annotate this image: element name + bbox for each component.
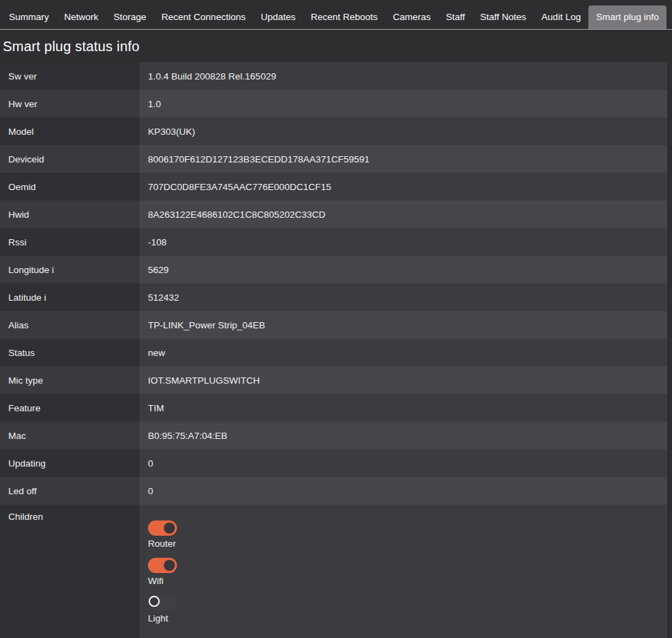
table-row-feature: Feature TIM <box>0 394 667 422</box>
row-label: Deviceid <box>0 145 140 173</box>
table-row-mac: Mac B0:95:75:A7:04:EB <box>0 422 667 449</box>
row-value: TIM <box>140 394 667 422</box>
tab-network[interactable]: Network <box>57 6 106 30</box>
toggle-light[interactable] <box>148 595 177 610</box>
row-value: 707DC0D8FE3A745AAC776E000DC1CF15 <box>140 173 667 200</box>
row-value: 0 <box>140 477 667 505</box>
tab-bar: SummaryNetworkStorageRecent ConnectionsU… <box>0 0 672 30</box>
row-label: Sw ver <box>0 62 140 90</box>
row-value: TP-LINK_Power Strip_04EB <box>140 311 667 339</box>
toggle-knob-icon <box>149 596 160 607</box>
tab-label: Recent Reboots <box>310 12 377 22</box>
tab-updates[interactable]: Updates <box>253 6 303 30</box>
row-value: 5629 <box>140 256 667 283</box>
row-label: Status <box>0 339 140 366</box>
table-row-mic-type: Mic type IOT.SMARTPLUGSWITCH <box>0 366 667 394</box>
tab-label: Network <box>64 12 99 22</box>
tab-storage[interactable]: Storage <box>106 6 153 30</box>
tab-staff-notes[interactable]: Staff Notes <box>473 6 534 30</box>
table-row-model: Model KP303(UK) <box>0 118 667 145</box>
table-row-hwid: Hwid 8A263122E4686102C1C8C805202C33CD <box>0 200 667 228</box>
row-label: Longitude i <box>0 256 140 283</box>
toggle-wifi[interactable] <box>148 558 177 573</box>
toggle-knob-icon <box>164 523 175 534</box>
tab-label: Cameras <box>393 12 431 22</box>
tab-label: Smart plug info <box>596 12 659 22</box>
row-label: Led off <box>0 477 140 505</box>
toggle-label: Wifi <box>148 576 177 586</box>
tab-summary[interactable]: Summary <box>1 6 57 30</box>
row-label: Latitude i <box>0 283 140 311</box>
tab-audit-log[interactable]: Audit Log <box>534 6 588 30</box>
tab-staff[interactable]: Staff <box>438 6 473 30</box>
status-table: Sw ver 1.0.4 Build 200828 Rel.165029 Hw … <box>0 62 667 638</box>
table-row-oemid: Oemid 707DC0D8FE3A745AAC776E000DC1CF15 <box>0 173 667 200</box>
row-label: Children <box>0 505 140 638</box>
row-value: 512432 <box>140 283 667 311</box>
tab-recent-connections[interactable]: Recent Connections <box>154 6 254 30</box>
row-label: Hw ver <box>0 90 140 118</box>
table-row-rssi: Rssi -108 <box>0 228 667 256</box>
table-row-deviceid: Deviceid 8006170F612D127123B3ECEDD178AA3… <box>0 145 667 173</box>
row-label: Rssi <box>0 228 140 256</box>
row-value: IOT.SMARTPLUGSWITCH <box>140 366 667 394</box>
tab-label: Updates <box>261 12 295 22</box>
app-root: SummaryNetworkStorageRecent ConnectionsU… <box>0 0 672 638</box>
row-label: Oemid <box>0 173 140 200</box>
table-row-latitude-i: Latitude i 512432 <box>0 283 667 311</box>
row-value: B0:95:75:A7:04:EB <box>140 422 667 449</box>
tab-cameras[interactable]: Cameras <box>385 6 438 30</box>
row-label: Mac <box>0 422 140 449</box>
toggle-group-router: Router <box>148 520 177 549</box>
table-row-hw-ver: Hw ver 1.0 <box>0 90 667 118</box>
row-value: 1.0.4 Build 200828 Rel.165029 <box>140 62 667 90</box>
tab-label: Storage <box>113 12 146 22</box>
row-label: Model <box>0 118 140 145</box>
tab-label: Staff Notes <box>480 12 527 22</box>
toggle-knob-icon <box>164 560 175 571</box>
row-label: Alias <box>0 311 140 339</box>
tab-smart-plug-info[interactable]: Smart plug info <box>588 6 666 30</box>
tab-label: Recent Connections <box>162 12 246 22</box>
table-row-children: Children Router Wifi Light <box>0 505 667 638</box>
table-row-sw-ver: Sw ver 1.0.4 Build 200828 Rel.165029 <box>0 62 667 90</box>
table-row-led-off: Led off 0 <box>0 477 667 505</box>
toggle-label: Light <box>148 613 177 623</box>
row-value: 8A263122E4686102C1C8C805202C33CD <box>140 200 667 228</box>
table-row-longitude-i: Longitude i 5629 <box>0 256 667 283</box>
tab-recent-reboots[interactable]: Recent Reboots <box>303 6 385 30</box>
toggle-router[interactable] <box>148 520 177 536</box>
row-label: Updating <box>0 449 140 477</box>
tab-label: Summary <box>9 12 49 22</box>
row-label: Mic type <box>0 366 140 394</box>
tab-label: Audit Log <box>541 12 581 22</box>
table-row-status: Status new <box>0 339 667 366</box>
row-value: 8006170F612D127123B3ECEDD178AA371CF59591 <box>140 145 667 173</box>
row-label: Feature <box>0 394 140 422</box>
table-row-updating: Updating 0 <box>0 449 667 477</box>
row-value: 1.0 <box>140 90 667 118</box>
tab-label: Staff <box>446 12 465 22</box>
table-row-alias: Alias TP-LINK_Power Strip_04EB <box>0 311 667 339</box>
row-value: 0 <box>140 449 667 477</box>
row-value: Router Wifi Light <box>140 505 667 638</box>
row-value: new <box>140 339 667 366</box>
row-value: KP303(UK) <box>140 118 667 145</box>
toggle-label: Router <box>148 538 177 549</box>
row-value: -108 <box>140 228 667 256</box>
page-title: Smart plug status info <box>0 30 672 62</box>
toggle-group-wifi: Wifi <box>148 558 177 586</box>
row-label: Hwid <box>0 200 140 228</box>
toggle-group-light: Light <box>148 595 177 623</box>
